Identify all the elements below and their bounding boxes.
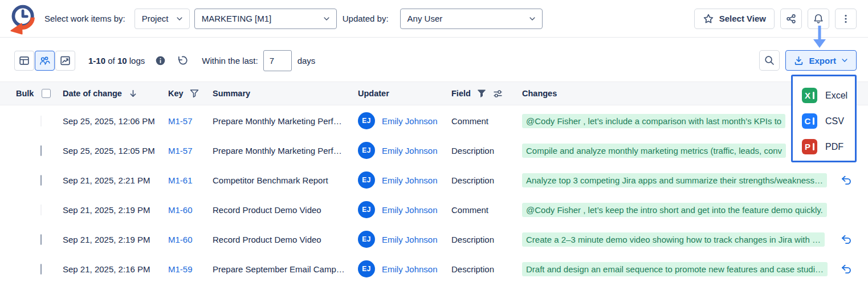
row-changes: Draft and design an email sequence to pr…	[522, 254, 868, 282]
log-count-range: 1-10	[88, 56, 105, 66]
column-header-updater: Updater	[358, 89, 451, 98]
row-changes: Analyze top 3 competing Jira apps and su…	[522, 165, 868, 195]
row-field: Comment	[451, 116, 522, 126]
sort-descending-icon[interactable]	[128, 88, 138, 99]
column-header-key[interactable]: Key	[168, 88, 213, 99]
share-icon	[785, 13, 797, 24]
undo-icon	[840, 174, 852, 186]
row-updater-link[interactable]: Emily Johnson	[382, 146, 438, 156]
column-header-date[interactable]: Date of change	[63, 88, 168, 99]
kebab-menu-icon	[840, 13, 851, 24]
people-view-button[interactable]	[35, 51, 55, 71]
row-issue-key-link[interactable]: M1-57	[168, 116, 193, 126]
export-item-label: CSV	[825, 116, 844, 126]
updated-by-value: Any User	[407, 14, 443, 23]
row-updater-link[interactable]: Emily Johnson	[382, 235, 438, 244]
row-issue-key-link[interactable]: M1-57	[168, 146, 193, 156]
row-updater-link[interactable]: Emily Johnson	[382, 116, 438, 126]
row-date: Sep 25, 2025, 12:05 PM	[63, 146, 168, 156]
row-summary: Prepare Monthly Marketing Perf…	[213, 146, 358, 156]
column-header-field[interactable]: Field	[451, 88, 522, 99]
updated-by-label: Updated by:	[343, 14, 389, 23]
share-button[interactable]	[780, 9, 802, 29]
avatar: EJ	[358, 142, 375, 159]
export-menu-item-excel[interactable]: X Excel	[802, 83, 855, 108]
row-changes: @Cody Fisher , let’s keep the intro shor…	[522, 195, 868, 224]
avatar: EJ	[358, 112, 375, 129]
refresh-button[interactable]	[176, 55, 188, 67]
row-checkbox	[40, 205, 42, 215]
revert-change-button[interactable]	[840, 174, 852, 186]
row-issue-key-link[interactable]: M1-61	[168, 175, 193, 185]
people-view-icon	[39, 55, 51, 67]
chevron-down-icon	[528, 15, 536, 23]
search-button[interactable]	[759, 50, 780, 71]
row-date: Sep 21, 2025, 2:16 PM	[63, 264, 168, 274]
column-header-summary: Summary	[213, 89, 358, 98]
settings-sliders-icon[interactable]	[492, 88, 503, 99]
row-date: Sep 21, 2025, 2:21 PM	[63, 175, 168, 185]
change-highlight: Create a 2–3 minute demo video showing h…	[522, 232, 825, 247]
row-issue-key-link[interactable]: M1-60	[168, 235, 193, 244]
chart-view-button[interactable]	[55, 51, 75, 71]
row-issue-key-link[interactable]: M1-59	[168, 264, 193, 274]
bulk-select-all-checkbox[interactable]	[42, 89, 51, 98]
export-item-label: PDF	[825, 142, 843, 152]
info-icon	[155, 55, 166, 66]
filter-filled-icon[interactable]	[476, 88, 487, 99]
select-view-button[interactable]: Select View	[694, 9, 775, 29]
more-actions-button[interactable]	[835, 9, 857, 29]
pdf-file-icon: P	[802, 139, 817, 154]
revert-change-button[interactable]	[840, 234, 852, 246]
change-highlight: Draft and design an email sequence to pr…	[522, 262, 828, 276]
row-summary: Record Product Demo Video	[213, 235, 358, 244]
avatar: EJ	[358, 171, 375, 189]
column-header-bulk: Bulk	[16, 89, 63, 98]
project-select-value: MARKETING [M1]	[202, 14, 272, 23]
filter-outline-icon[interactable]	[189, 88, 199, 99]
app-logo-clock-icon	[6, 3, 39, 37]
table-view-button[interactable]	[14, 51, 34, 71]
project-select-dropdown[interactable]: MARKETING [M1]	[194, 9, 337, 29]
filter-mode-dropdown[interactable]: Project	[135, 9, 190, 29]
search-icon	[764, 55, 775, 66]
change-highlight: @Cody Fisher , let’s keep the intro shor…	[522, 203, 827, 217]
updated-by-dropdown[interactable]: Any User	[400, 9, 543, 29]
log-toolbar: 1-10 of 10 logs Within the last: days	[0, 49, 868, 72]
export-button[interactable]: Export	[785, 50, 857, 71]
row-checkbox[interactable]	[40, 145, 42, 156]
row-issue-key-link[interactable]: M1-60	[168, 205, 193, 215]
row-updater-link[interactable]: Emily Johnson	[382, 205, 438, 215]
row-field: Description	[451, 175, 522, 185]
info-button[interactable]	[155, 55, 166, 66]
row-checkbox[interactable]	[40, 264, 42, 275]
revert-change-button[interactable]	[840, 263, 852, 275]
issue-history-app: Select work items by: Project MARKETING …	[0, 0, 868, 282]
top-actions: Select View	[694, 9, 868, 29]
change-highlight: Analyze top 3 competing Jira apps and su…	[522, 173, 827, 187]
select-view-label: Select View	[719, 14, 766, 23]
chart-view-icon	[59, 55, 71, 67]
within-last-label: Within the last:	[202, 56, 258, 66]
row-checkbox[interactable]	[40, 234, 42, 245]
filter-mode-value: Project	[142, 14, 169, 23]
log-count-total: 10	[117, 56, 127, 66]
table-view-icon	[18, 55, 30, 67]
row-changes: Create a 2–3 minute demo video showing h…	[522, 224, 868, 254]
avatar: EJ	[358, 231, 375, 248]
export-menu-item-csv[interactable]: C CSV	[802, 108, 855, 134]
avatar: EJ	[358, 201, 375, 218]
table-row: Sep 21, 2025, 2:19 PM M1-60 Record Produ…	[0, 224, 868, 254]
toolbar-right: Export	[759, 50, 868, 71]
days-input[interactable]	[263, 50, 292, 71]
row-field: Description	[451, 264, 522, 274]
export-menu-item-pdf[interactable]: P PDF	[802, 134, 855, 160]
download-icon	[793, 55, 804, 66]
row-updater-link[interactable]: Emily Johnson	[382, 264, 438, 274]
log-table-body: Sep 25, 2025, 12:06 PM M1-57 Prepare Mon…	[0, 106, 868, 282]
table-row: Sep 25, 2025, 12:06 PM M1-57 Prepare Mon…	[0, 106, 868, 136]
row-updater-link[interactable]: Emily Johnson	[382, 175, 438, 185]
undo-icon	[840, 263, 852, 275]
avatar: EJ	[358, 260, 375, 277]
row-checkbox[interactable]	[40, 175, 42, 186]
